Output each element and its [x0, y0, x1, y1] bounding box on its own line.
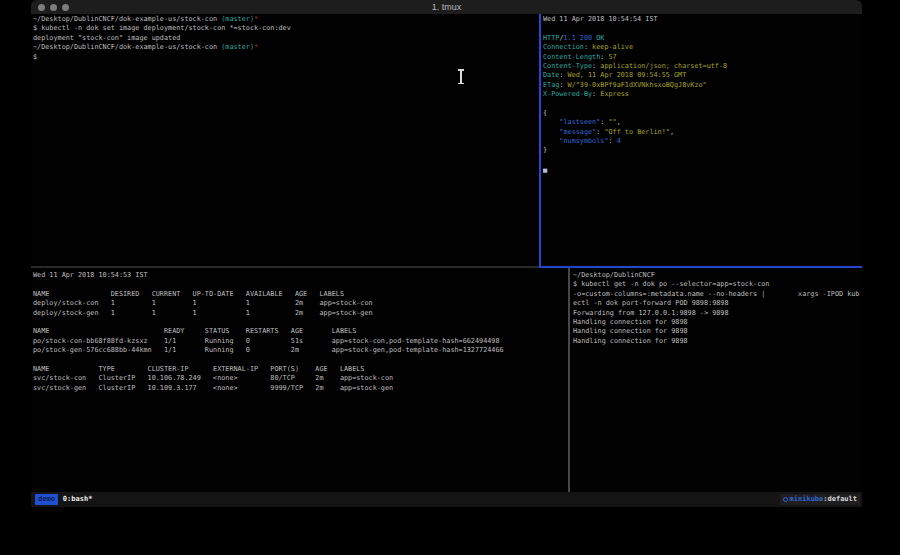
terminal-line: ETag: W/"39-0xBPf9aF1dXVNkhsxoBQgJ8vKzo" — [543, 81, 861, 90]
terminal-line: "message": "Off to Berlin!", — [543, 128, 861, 137]
pane-divider-vertical-active[interactable] — [539, 14, 541, 268]
terminal-line: "numsymbols": 4 — [543, 137, 861, 146]
tmux-status-bar: demo 0:bash* minikube :default — [31, 492, 862, 507]
window-titlebar[interactable]: 1. tmux — [31, 0, 862, 14]
terminal-line: NAME DESIRED CURRENT UP-TO-DATE AVAILABL… — [33, 290, 568, 299]
terminal-line — [543, 156, 861, 165]
terminal-line — [33, 318, 568, 327]
terminal-line: $ — [33, 53, 538, 62]
pane-divider-horizontal-active[interactable] — [539, 266, 862, 268]
terminal-line: deployment "stock-con" image updated — [33, 34, 538, 43]
terminal-line: { — [543, 109, 861, 118]
terminal-line: } — [543, 146, 861, 155]
terminal-line: HTTP/1.1 200 OK — [543, 34, 861, 43]
terminal-line: "lastseen": "", — [543, 118, 861, 127]
pane-divider-vertical[interactable] — [568, 268, 570, 492]
terminal-line: po/stock-gen-576cc688bb-44kmn 1/1 Runnin… — [33, 346, 568, 355]
terminal-line — [543, 24, 861, 33]
terminal-line: ~/Desktop/DublinCNCF/dok-example-us/stoc… — [33, 15, 538, 24]
terminal-line: ~/Desktop/DublinCNCF/dok-example-us/stoc… — [33, 43, 538, 52]
terminal-line: X-Powered-By: Express — [543, 90, 861, 99]
pane-http-response[interactable]: Wed 11 Apr 2018 10:54:54 ISTHTTP/1.1 200… — [543, 15, 861, 266]
terminal-line: svc/stock-con ClusterIP 10.106.78.249 <n… — [33, 374, 568, 383]
terminal-line: svc/stock-gen ClusterIP 10.109.3.177 <no… — [33, 384, 568, 393]
terminal-line: Date: Wed, 11 Apr 2018 09:54:55 GMT — [543, 71, 861, 80]
kube-context-indicator: minikube :default — [780, 494, 860, 505]
terminal-line: Wed 11 Apr 2018 10:54:54 IST — [543, 15, 861, 24]
kube-namespace: :default — [823, 494, 857, 505]
terminal-line: po/stock-con-bb68f88fd-kzsxz 1/1 Running… — [33, 337, 568, 346]
pane-kubectl-get-watch[interactable]: Wed 11 Apr 2018 10:54:53 ISTNAME DESIRED… — [33, 271, 568, 492]
terminal-line: ectl -n dok port-forward POD 9898:9898 — [573, 299, 861, 308]
mouse-ibeam-cursor — [457, 69, 465, 84]
terminal-line — [543, 100, 861, 109]
terminal-line: Handling connection for 9898 — [573, 318, 861, 327]
terminal-line: Handling connection for 9898 — [573, 327, 861, 336]
window-tab-bash[interactable]: 0:bash* — [63, 492, 93, 507]
pane-divider-horizontal[interactable] — [31, 266, 539, 268]
session-name-badge[interactable]: demo — [35, 494, 58, 505]
terminal-line: Handling connection for 9898 — [573, 337, 861, 346]
terminal-line: deploy/stock-gen 1 1 1 1 2m app=stock-ge… — [33, 309, 568, 318]
terminal-line: ▄ — [543, 165, 861, 174]
terminal-line: Forwarding from 127.0.0.1:9898 -> 9898 — [573, 309, 861, 318]
terminal-line: $ kubectl -n dok set image deployment/st… — [33, 24, 538, 33]
pane-port-forward[interactable]: ~/Desktop/DublinCNCF$ kubectl get -n dok… — [573, 271, 861, 492]
helm-wheel-icon — [783, 497, 788, 502]
terminal-line: Content-Length: 57 — [543, 53, 861, 62]
window-title: 1. tmux — [31, 2, 862, 12]
terminal-line — [33, 280, 568, 289]
terminal-line: NAME TYPE CLUSTER-IP EXTERNAL-IP PORT(S)… — [33, 365, 568, 374]
kube-context-name: minikube — [790, 494, 824, 505]
status-left: demo 0:bash* — [35, 492, 92, 507]
terminal-line: Wed 11 Apr 2018 10:54:53 IST — [33, 271, 568, 280]
terminal-line: Content-Type: application/json; charset=… — [543, 62, 861, 71]
terminal-line: ~/Desktop/DublinCNCF — [573, 271, 861, 280]
terminal-line: NAME READY STATUS RESTARTS AGE LABELS — [33, 327, 568, 336]
pane-shell-kubectl-set-image[interactable]: ~/Desktop/DublinCNCF/dok-example-us/stoc… — [33, 15, 538, 266]
terminal-line: deploy/stock-con 1 1 1 1 2m app=stock-co… — [33, 299, 568, 308]
terminal-line: -o=custom-columns=:metadata.name --no-he… — [573, 290, 861, 299]
terminal-line: Connection: keep-alive — [543, 43, 861, 52]
terminal-line — [33, 356, 568, 365]
terminal-line: $ kubectl get -n dok po --selector=app=s… — [573, 280, 861, 289]
terminal-window: 1. tmux ~/Desktop/DublinCNCF/dok-example… — [31, 0, 862, 507]
